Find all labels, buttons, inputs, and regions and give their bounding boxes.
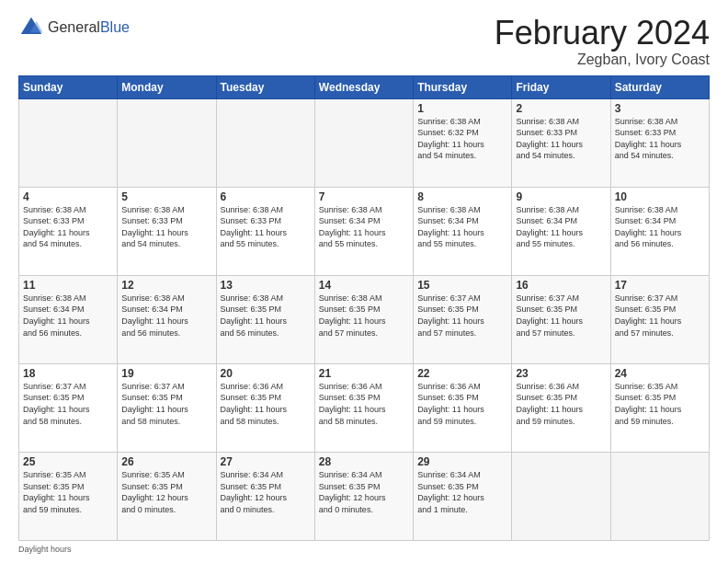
day-number: 10 <box>615 190 705 203</box>
calendar-cell: 10Sunrise: 6:38 AM Sunset: 6:34 PM Dayli… <box>610 187 709 275</box>
day-info: Sunrise: 6:35 AM Sunset: 6:35 PM Dayligh… <box>121 469 211 515</box>
day-info: Sunrise: 6:38 AM Sunset: 6:35 PM Dayligh… <box>221 293 311 339</box>
calendar-cell: 7Sunrise: 6:38 AM Sunset: 6:34 PM Daylig… <box>314 187 413 275</box>
calendar-cell: 27Sunrise: 6:34 AM Sunset: 6:35 PM Dayli… <box>216 452 314 540</box>
day-info: Sunrise: 6:37 AM Sunset: 6:35 PM Dayligh… <box>516 293 606 339</box>
dow-header: Saturday <box>610 75 709 98</box>
calendar-cell: 26Sunrise: 6:35 AM Sunset: 6:35 PM Dayli… <box>118 452 216 540</box>
day-number: 24 <box>615 367 705 380</box>
day-number: 17 <box>615 279 705 292</box>
calendar-cell: 3Sunrise: 6:38 AM Sunset: 6:33 PM Daylig… <box>610 98 709 187</box>
calendar-cell: 25Sunrise: 6:35 AM Sunset: 6:35 PM Dayli… <box>19 452 118 540</box>
calendar-table: SundayMondayTuesdayWednesdayThursdayFrid… <box>18 75 710 541</box>
day-info: Sunrise: 6:38 AM Sunset: 6:33 PM Dayligh… <box>23 204 113 250</box>
day-info: Sunrise: 6:36 AM Sunset: 6:35 PM Dayligh… <box>221 381 311 427</box>
calendar-body: 1Sunrise: 6:38 AM Sunset: 6:32 PM Daylig… <box>19 98 710 540</box>
day-info: Sunrise: 6:38 AM Sunset: 6:35 PM Dayligh… <box>319 293 409 339</box>
day-number: 1 <box>417 102 507 115</box>
dow-header: Sunday <box>19 75 118 98</box>
dow-header: Tuesday <box>216 75 314 98</box>
day-info: Sunrise: 6:38 AM Sunset: 6:33 PM Dayligh… <box>615 116 705 162</box>
calendar-cell: 22Sunrise: 6:36 AM Sunset: 6:35 PM Dayli… <box>414 363 512 452</box>
calendar-cell: 29Sunrise: 6:34 AM Sunset: 6:35 PM Dayli… <box>414 452 512 540</box>
day-info: Sunrise: 6:38 AM Sunset: 6:33 PM Dayligh… <box>221 204 311 250</box>
calendar-cell: 13Sunrise: 6:38 AM Sunset: 6:35 PM Dayli… <box>216 275 314 363</box>
logo-general-text: General <box>48 19 100 35</box>
day-info: Sunrise: 6:38 AM Sunset: 6:34 PM Dayligh… <box>121 293 211 339</box>
day-number: 21 <box>319 367 409 380</box>
day-number: 22 <box>417 367 507 380</box>
day-number: 23 <box>516 367 606 380</box>
calendar-week-row: 11Sunrise: 6:38 AM Sunset: 6:34 PM Dayli… <box>19 275 710 363</box>
day-number: 27 <box>221 455 311 468</box>
day-info: Sunrise: 6:36 AM Sunset: 6:35 PM Dayligh… <box>319 381 409 427</box>
day-number: 20 <box>221 367 311 380</box>
day-number: 12 <box>121 279 211 292</box>
calendar-cell: 12Sunrise: 6:38 AM Sunset: 6:34 PM Dayli… <box>118 275 216 363</box>
daylight-label: Daylight hours <box>18 545 72 554</box>
day-number: 7 <box>319 190 409 203</box>
day-number: 9 <box>516 190 606 203</box>
calendar-cell: 21Sunrise: 6:36 AM Sunset: 6:35 PM Dayli… <box>314 363 413 452</box>
calendar-week-row: 25Sunrise: 6:35 AM Sunset: 6:35 PM Dayli… <box>19 452 710 540</box>
day-info: Sunrise: 6:38 AM Sunset: 6:32 PM Dayligh… <box>417 116 507 162</box>
day-number: 29 <box>417 455 507 468</box>
calendar-cell <box>118 98 216 187</box>
day-number: 2 <box>516 102 606 115</box>
day-info: Sunrise: 6:34 AM Sunset: 6:35 PM Dayligh… <box>319 469 409 515</box>
calendar-cell: 8Sunrise: 6:38 AM Sunset: 6:34 PM Daylig… <box>414 187 512 275</box>
day-info: Sunrise: 6:34 AM Sunset: 6:35 PM Dayligh… <box>417 469 507 515</box>
dow-header: Monday <box>118 75 216 98</box>
dow-header: Wednesday <box>314 75 413 98</box>
day-number: 11 <box>23 279 113 292</box>
calendar-cell <box>19 98 118 187</box>
day-info: Sunrise: 6:38 AM Sunset: 6:34 PM Dayligh… <box>23 293 113 339</box>
calendar-cell: 24Sunrise: 6:35 AM Sunset: 6:35 PM Dayli… <box>610 363 709 452</box>
day-number: 16 <box>516 279 606 292</box>
day-info: Sunrise: 6:35 AM Sunset: 6:35 PM Dayligh… <box>615 381 705 427</box>
day-info: Sunrise: 6:38 AM Sunset: 6:34 PM Dayligh… <box>319 204 409 250</box>
day-number: 13 <box>221 279 311 292</box>
day-number: 5 <box>121 190 211 203</box>
day-info: Sunrise: 6:38 AM Sunset: 6:34 PM Dayligh… <box>516 204 606 250</box>
day-number: 18 <box>23 367 113 380</box>
day-number: 3 <box>615 102 705 115</box>
footer: Daylight hours <box>18 545 710 554</box>
calendar-cell: 28Sunrise: 6:34 AM Sunset: 6:35 PM Dayli… <box>314 452 413 540</box>
day-number: 14 <box>319 279 409 292</box>
calendar-cell: 9Sunrise: 6:38 AM Sunset: 6:34 PM Daylig… <box>512 187 610 275</box>
month-title: February 2024 <box>495 15 710 52</box>
logo-blue-text: Blue <box>100 19 130 35</box>
calendar-cell: 4Sunrise: 6:38 AM Sunset: 6:33 PM Daylig… <box>19 187 118 275</box>
calendar-cell <box>610 452 709 540</box>
calendar-cell: 2Sunrise: 6:38 AM Sunset: 6:33 PM Daylig… <box>512 98 610 187</box>
day-number: 8 <box>417 190 507 203</box>
calendar-cell: 17Sunrise: 6:37 AM Sunset: 6:35 PM Dayli… <box>610 275 709 363</box>
calendar-cell: 20Sunrise: 6:36 AM Sunset: 6:35 PM Dayli… <box>216 363 314 452</box>
calendar-week-row: 4Sunrise: 6:38 AM Sunset: 6:33 PM Daylig… <box>19 187 710 275</box>
day-info: Sunrise: 6:37 AM Sunset: 6:35 PM Dayligh… <box>615 293 705 339</box>
day-number: 28 <box>319 455 409 468</box>
day-number: 26 <box>121 455 211 468</box>
day-info: Sunrise: 6:35 AM Sunset: 6:35 PM Dayligh… <box>23 469 113 515</box>
day-info: Sunrise: 6:38 AM Sunset: 6:34 PM Dayligh… <box>615 204 705 250</box>
calendar-cell <box>314 98 413 187</box>
day-info: Sunrise: 6:38 AM Sunset: 6:34 PM Dayligh… <box>417 204 507 250</box>
dow-header: Thursday <box>414 75 512 98</box>
day-info: Sunrise: 6:37 AM Sunset: 6:35 PM Dayligh… <box>23 381 113 427</box>
calendar-cell: 5Sunrise: 6:38 AM Sunset: 6:33 PM Daylig… <box>118 187 216 275</box>
day-info: Sunrise: 6:34 AM Sunset: 6:35 PM Dayligh… <box>221 469 311 515</box>
calendar-cell: 19Sunrise: 6:37 AM Sunset: 6:35 PM Dayli… <box>118 363 216 452</box>
calendar-cell: 14Sunrise: 6:38 AM Sunset: 6:35 PM Dayli… <box>314 275 413 363</box>
day-info: Sunrise: 6:36 AM Sunset: 6:35 PM Dayligh… <box>516 381 606 427</box>
logo-icon <box>18 15 44 40</box>
day-info: Sunrise: 6:36 AM Sunset: 6:35 PM Dayligh… <box>417 381 507 427</box>
day-info: Sunrise: 6:38 AM Sunset: 6:33 PM Dayligh… <box>516 116 606 162</box>
days-of-week-row: SundayMondayTuesdayWednesdayThursdayFrid… <box>19 75 710 98</box>
calendar-cell: 1Sunrise: 6:38 AM Sunset: 6:32 PM Daylig… <box>414 98 512 187</box>
day-info: Sunrise: 6:37 AM Sunset: 6:35 PM Dayligh… <box>121 381 211 427</box>
calendar-cell: 23Sunrise: 6:36 AM Sunset: 6:35 PM Dayli… <box>512 363 610 452</box>
calendar-cell: 11Sunrise: 6:38 AM Sunset: 6:34 PM Dayli… <box>19 275 118 363</box>
day-number: 25 <box>23 455 113 468</box>
calendar-week-row: 18Sunrise: 6:37 AM Sunset: 6:35 PM Dayli… <box>19 363 710 452</box>
